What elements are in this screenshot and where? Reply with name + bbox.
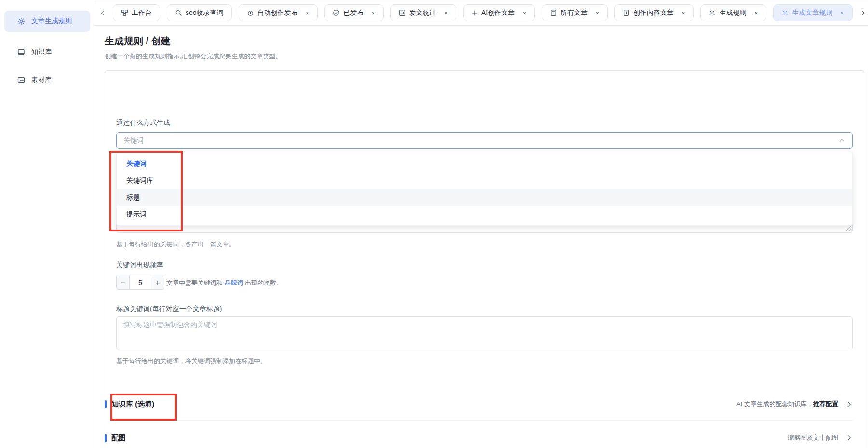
sidebar-item-knowledge-base[interactable]: 知识库	[4, 41, 90, 63]
knowledge-hint-bold: 推荐配置	[813, 400, 838, 407]
tab-all-articles[interactable]: 所有文章 ×	[542, 4, 608, 21]
gear-icon	[17, 17, 25, 25]
close-icon[interactable]: ×	[444, 9, 448, 16]
chart-icon	[399, 9, 406, 16]
tab-created-content[interactable]: 创作内容文章 ×	[614, 4, 694, 21]
sidebar-item-label: 文章生成规则	[31, 17, 72, 26]
dropdown-option-prompt[interactable]: 提示词	[117, 206, 852, 223]
document-icon	[550, 9, 557, 16]
title-keywords-label: 标题关键词(每行对应一个文章标题)	[116, 305, 222, 313]
section-title: 配图	[111, 434, 126, 443]
tab-label: 生成文章规则	[792, 9, 832, 17]
title-keywords-help-text: 基于每行给出的关键词，将关键词强制添加在标题中。	[116, 357, 267, 366]
rule-form-card: 基础设置	[105, 70, 864, 448]
frequency-label: 关键词出现频率	[116, 261, 163, 270]
gear-icon	[708, 9, 716, 16]
tab-bar: 工作台 seo收录查询 自动创作发布 × 已发布 × 发文统计 × AI创作文章…	[94, 0, 868, 26]
gear-icon	[781, 9, 788, 16]
close-icon[interactable]: ×	[306, 9, 310, 16]
tab-label: 工作台	[132, 9, 152, 17]
tab-label: 所有文章	[561, 9, 588, 17]
plus-button[interactable]: +	[151, 275, 164, 289]
dropdown-option-keyword-library[interactable]: 关键词库	[117, 172, 852, 189]
file-plus-icon	[623, 9, 630, 16]
illustration-hint: 缩略图及文中配图	[788, 434, 838, 442]
app-window: 文章生成规则 知识库 素材库 工作台 seo收录查询	[0, 0, 868, 448]
resize-grip[interactable]	[846, 226, 851, 231]
sidebar-item-article-rules[interactable]: 文章生成规则	[4, 11, 90, 32]
tab-label: seo收录查询	[186, 9, 224, 17]
sidebar: 文章生成规则 知识库 素材库	[0, 0, 94, 448]
tab-label: 生成规则	[719, 9, 746, 17]
tab-label: 发文统计	[409, 9, 436, 17]
frequency-help-after: 出现的次数。	[243, 279, 283, 286]
knowledge-hint-text: AI 文章生成的配套知识库，	[736, 400, 813, 407]
tabs-scroll-right-icon[interactable]	[859, 10, 866, 16]
image-icon	[17, 76, 25, 84]
sidebar-item-label: 知识库	[31, 48, 52, 56]
close-icon[interactable]: ×	[840, 9, 844, 16]
method-select[interactable]	[116, 132, 853, 149]
tab-label: 自动创作发布	[257, 9, 298, 17]
tab-published[interactable]: 已发布 ×	[324, 4, 384, 21]
sidebar-item-label: 素材库	[31, 76, 52, 84]
frequency-help-before: 文章中需要关键词和	[166, 279, 225, 286]
section-accent-bar	[105, 434, 107, 442]
section-knowledge-base[interactable]: 知识库 (选填) AI 文章生成的配套知识库，推荐配置	[116, 398, 853, 410]
chevron-up-icon[interactable]	[839, 137, 845, 144]
section-title: 知识库 (选填)	[111, 400, 154, 409]
close-icon[interactable]: ×	[371, 9, 375, 16]
dropdown-option-keyword[interactable]: 关键词	[117, 155, 852, 172]
check-circle-icon	[333, 9, 340, 16]
frequency-stepper: − 5 +	[116, 275, 164, 290]
tab-label: 已发布	[343, 9, 363, 17]
auto-publish-icon	[247, 9, 254, 16]
close-icon[interactable]: ×	[681, 9, 686, 16]
plus-icon	[471, 10, 478, 16]
method-select-input[interactable]	[123, 136, 839, 144]
chevron-right-icon[interactable]	[846, 401, 853, 407]
tab-label: 创作内容文章	[633, 9, 674, 17]
tab-generation-rules[interactable]: 生成规则 ×	[700, 4, 766, 21]
title-keywords-textarea[interactable]	[116, 316, 853, 350]
tab-seo-query[interactable]: seo收录查询	[167, 4, 232, 21]
tab-label: AI创作文章	[481, 9, 515, 17]
method-label: 通过什么方式生成	[116, 119, 170, 127]
method-dropdown: 关键词 关键词库 标题 提示词	[116, 152, 853, 226]
page-title: 生成规则 / 创建	[105, 35, 171, 48]
section-accent-bar	[105, 400, 107, 408]
knowledge-hint: AI 文章生成的配套知识库，推荐配置	[736, 400, 838, 408]
method-help-text: 基于每行给出的关键词，各产出一篇文章。	[116, 240, 235, 249]
tab-workbench[interactable]: 工作台	[113, 4, 160, 21]
sidebar-item-material-library[interactable]: 素材库	[4, 69, 90, 91]
tab-article-generation-rules[interactable]: 生成文章规则 ×	[773, 4, 853, 21]
tabs-scroll-left-icon[interactable]	[99, 10, 106, 16]
chevron-right-icon[interactable]	[846, 434, 853, 441]
search-icon	[175, 9, 182, 16]
page-subtitle: 创建一个新的生成规则指示,汇创鸭会完成您要生成的文章类型。	[105, 52, 282, 61]
section-illustration[interactable]: 配图 缩略图及文中配图	[116, 432, 853, 444]
close-icon[interactable]: ×	[754, 9, 758, 16]
close-icon[interactable]: ×	[595, 9, 600, 16]
tab-ai-article[interactable]: AI创作文章 ×	[463, 4, 535, 21]
workbench-icon	[121, 9, 128, 16]
tab-post-stats[interactable]: 发文统计 ×	[390, 4, 456, 21]
frequency-help-text: 文章中需要关键词和 品牌词 出现的次数。	[166, 279, 282, 287]
brand-words-link[interactable]: 品牌词	[225, 279, 243, 286]
minus-button[interactable]: −	[117, 275, 130, 289]
section-divider	[116, 420, 853, 421]
frequency-value[interactable]: 5	[130, 275, 151, 289]
close-icon[interactable]: ×	[522, 9, 527, 16]
tab-auto-publish[interactable]: 自动创作发布 ×	[239, 4, 318, 21]
book-icon	[17, 48, 25, 56]
dropdown-option-title[interactable]: 标题	[117, 189, 852, 206]
